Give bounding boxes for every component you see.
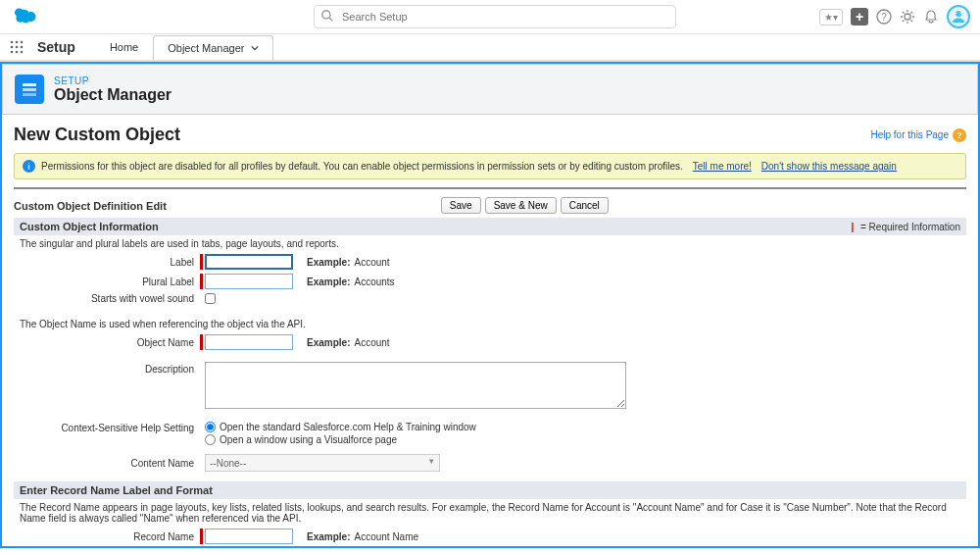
- svg-text:?: ?: [881, 12, 887, 23]
- label-row: Label Example: Account: [14, 252, 966, 272]
- labels-hint: The singular and plural labels are used …: [14, 235, 966, 252]
- svg-point-8: [11, 41, 14, 44]
- top-bar: ★▾ + ?: [0, 0, 980, 34]
- example-label: Example:: [307, 277, 350, 287]
- help-setting-row: Context-Sensitive Help Setting Open the …: [14, 419, 966, 448]
- permissions-info-box: i Permissions for this object are disabl…: [14, 153, 966, 179]
- gear-icon[interactable]: [900, 9, 915, 25]
- required-indicator: [200, 529, 203, 544]
- required-indicator: [200, 334, 203, 350]
- nav-home[interactable]: Home: [95, 34, 153, 60]
- plural-field-label: Plural Label: [14, 277, 200, 287]
- title-row: New Custom Object Help for this Page ?: [14, 125, 966, 145]
- vowel-checkbox[interactable]: [205, 293, 216, 304]
- vowel-field-label: Starts with vowel sound: [14, 293, 200, 304]
- dont-show-link[interactable]: Don't show this message again: [761, 161, 897, 172]
- setup-brand: Setup: [37, 39, 75, 55]
- edit-section-title: Custom Object Definition Edit: [14, 200, 167, 212]
- svg-point-13: [21, 46, 24, 49]
- example-value: Account: [354, 257, 389, 268]
- help-setting-radio-standard[interactable]: [205, 422, 216, 432]
- record-name-hint: The Record Name appears in page layouts,…: [14, 499, 966, 527]
- breadcrumb: SETUP: [54, 76, 172, 86]
- info-icon: i: [23, 160, 35, 173]
- example-label: Example:: [307, 337, 350, 348]
- svg-point-15: [16, 51, 19, 54]
- svg-point-5: [956, 11, 961, 17]
- record-name-section: Enter Record Name Label and Format: [14, 481, 966, 499]
- apps-icon[interactable]: [10, 40, 24, 54]
- info-text: Permissions for this object are disabled…: [41, 161, 683, 172]
- help-setting-options: Open the standard Salesforce.com Help & …: [205, 421, 476, 446]
- description-row: Description: [14, 360, 966, 411]
- object-name-field-label: Object Name: [14, 337, 200, 348]
- record-name-row: Record Name Example: Account Name: [14, 527, 966, 546]
- help-setting-opt1: Open the standard Salesforce.com Help & …: [220, 422, 476, 432]
- edit-section-bar: Custom Object Definition Edit Save Save …: [14, 193, 966, 218]
- svg-rect-19: [23, 93, 36, 96]
- description-field-label: Description: [14, 362, 200, 375]
- required-indicator: [200, 254, 203, 270]
- example-label: Example:: [307, 531, 350, 542]
- plural-label-row: Plural Label Example: Accounts: [14, 272, 966, 291]
- svg-rect-18: [23, 88, 36, 91]
- save-new-button[interactable]: Save & New: [485, 197, 557, 214]
- custom-object-info-section: Custom Object Information | = Required I…: [14, 218, 966, 235]
- page-header-title: Object Manager: [54, 86, 172, 104]
- page-title: New Custom Object: [14, 125, 180, 145]
- button-group: Save Save & New Cancel: [441, 197, 609, 214]
- label-field-label: Label: [14, 257, 200, 268]
- page-header: SETUP Object Manager: [2, 64, 978, 115]
- bell-icon[interactable]: [923, 9, 939, 25]
- record-name-input[interactable]: [205, 529, 293, 544]
- help-setting-opt2: Open a window using a Visualforce page: [220, 434, 397, 445]
- vowel-row: Starts with vowel sound: [14, 291, 966, 306]
- chevron-down-icon: [251, 44, 259, 52]
- top-right-icons: ★▾ + ?: [819, 5, 970, 28]
- plural-input[interactable]: [205, 274, 293, 289]
- add-button[interactable]: +: [851, 8, 868, 25]
- svg-point-9: [16, 41, 19, 44]
- search-container: [314, 5, 676, 28]
- svg-point-10: [21, 41, 24, 44]
- content-name-label: Content Name: [14, 458, 200, 469]
- required-indicator: [200, 274, 203, 289]
- help-setting-label: Context-Sensitive Help Setting: [14, 421, 200, 433]
- page-header-text: SETUP Object Manager: [54, 76, 172, 104]
- favorites-button[interactable]: ★▾: [819, 9, 843, 25]
- search-input[interactable]: [314, 5, 676, 28]
- blue-frame: SETUP Object Manager New Custom Object H…: [0, 62, 980, 548]
- svg-point-12: [16, 46, 19, 49]
- help-circle-icon: ?: [953, 128, 966, 142]
- svg-point-4: [905, 14, 910, 20]
- description-textarea[interactable]: [205, 362, 626, 409]
- svg-point-6: [956, 13, 957, 15]
- example-value: Account: [354, 337, 389, 348]
- tell-me-more-link[interactable]: Tell me more!: [693, 161, 752, 172]
- svg-point-16: [21, 51, 24, 54]
- object-name-row: Object Name Example: Account: [14, 332, 966, 352]
- help-icon[interactable]: ?: [876, 9, 892, 25]
- svg-point-7: [960, 13, 962, 15]
- avatar[interactable]: [947, 5, 970, 28]
- example-value: Account Name: [354, 531, 418, 542]
- svg-line-1: [329, 18, 332, 21]
- nav-object-manager[interactable]: Object Manager: [153, 35, 272, 60]
- object-name-input[interactable]: [205, 334, 293, 350]
- save-button[interactable]: Save: [441, 197, 481, 214]
- help-setting-radio-vf[interactable]: [205, 434, 216, 445]
- svg-point-11: [11, 46, 14, 49]
- help-for-page-link[interactable]: Help for this Page ?: [871, 128, 967, 142]
- content-name-select[interactable]: --None--: [205, 454, 440, 472]
- content-name-row: Content Name --None--: [14, 452, 966, 474]
- label-input[interactable]: [205, 254, 293, 270]
- svg-point-14: [11, 51, 14, 54]
- content: New Custom Object Help for this Page ? i…: [2, 115, 978, 546]
- record-name-label: Record Name: [14, 531, 200, 542]
- section-label: Enter Record Name Label and Format: [20, 484, 213, 496]
- page-header-icon: [15, 75, 44, 104]
- svg-rect-17: [23, 83, 36, 86]
- example-label: Example:: [307, 257, 350, 268]
- cancel-button[interactable]: Cancel: [561, 197, 609, 214]
- object-name-hint: The Object Name is used when referencing…: [14, 316, 966, 332]
